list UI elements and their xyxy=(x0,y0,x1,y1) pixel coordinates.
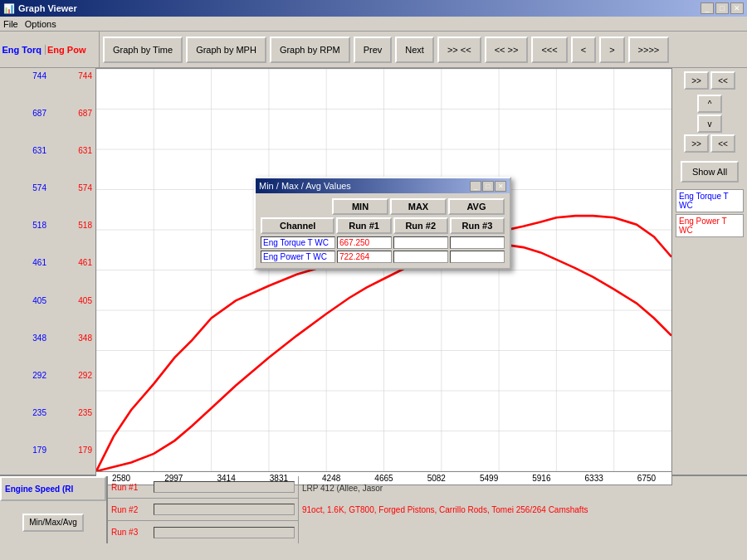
graph-by-mph-button[interactable]: Graph by MPH xyxy=(186,37,266,63)
run1-label: Run #1 xyxy=(108,483,154,492)
y-label-left-6: 405 xyxy=(32,296,46,305)
dialog-title-bar: Min / Max / Avg Values _ □ ✕ xyxy=(256,178,510,193)
run3-label: Run #3 xyxy=(108,528,154,537)
y-label-left-10: 179 xyxy=(32,446,46,455)
min-max-dialog: Min / Max / Avg Values _ □ ✕ MIN MAX AVG xyxy=(254,177,511,270)
step-right-button[interactable]: > xyxy=(599,37,624,63)
y-label-right-2: 631 xyxy=(78,146,92,155)
chart-plot: Min / Max / Avg Values _ □ ✕ MIN MAX AVG xyxy=(95,68,672,472)
dialog-row1-run2 xyxy=(393,251,448,263)
dialog-run2-header: Run #2 xyxy=(393,217,448,234)
run3-desc-row xyxy=(302,520,744,542)
dialog-col-headers: MIN MAX AVG xyxy=(261,198,505,215)
y-label-right-1: 687 xyxy=(78,109,92,118)
menu-file[interactable]: File xyxy=(3,19,18,29)
run2-bar xyxy=(154,504,295,515)
dialog-body: MIN MAX AVG Channel Run #1 Run #2 Run #3… xyxy=(256,193,510,268)
minmaxavg-button[interactable]: Min/Max/Avg xyxy=(22,514,84,532)
zoom-up-button[interactable]: ^ xyxy=(697,95,722,113)
engine-speed-label: Engine Speed (RI xyxy=(0,476,106,501)
y-label-right-7: 348 xyxy=(78,334,92,343)
bottom-left: Engine Speed (RI Min/Max/Avg xyxy=(0,476,108,543)
dialog-avg-header: AVG xyxy=(448,198,505,215)
close-button[interactable]: ✕ xyxy=(730,2,744,14)
y-label-left-0: 744 xyxy=(32,71,46,80)
y-label-right-10: 179 xyxy=(78,446,92,455)
run-desc-panel: LRP 412 (Allee, Jasor 91oct, 1.6K, GT800… xyxy=(299,476,747,543)
zoom-down-button[interactable]: v xyxy=(697,114,722,133)
menu-options[interactable]: Options xyxy=(25,19,56,29)
window-title: Graph Viewer xyxy=(18,3,77,13)
legend-power[interactable]: Eng Power T WC xyxy=(676,214,744,237)
dialog-row0-run3 xyxy=(450,236,505,249)
run1-desc-row: LRP 412 (Allee, Jasor xyxy=(302,478,744,499)
dialog-run3-header: Run #3 xyxy=(450,217,505,234)
title-bar: 📊 Graph Viewer _ □ ✕ xyxy=(0,0,747,17)
dialog-run1-header: Run #1 xyxy=(336,217,391,234)
runs-panel: Run #1 Run #2 Run #3 xyxy=(108,476,299,543)
scroll-left-button[interactable]: << >> xyxy=(485,37,529,63)
dialog-row0-run1: 667.250 xyxy=(337,236,392,249)
dialog-min-header: MIN xyxy=(332,198,388,215)
y-label-right-4: 518 xyxy=(78,221,92,230)
y-label-right-5: 461 xyxy=(78,258,92,267)
y-label-left-4: 518 xyxy=(32,221,46,230)
dialog-row1-run3 xyxy=(450,251,505,263)
bottom-bar: Engine Speed (RI Min/Max/Avg Run #1 Run … xyxy=(0,475,747,543)
scroll-right-button[interactable]: >> << xyxy=(437,37,481,63)
zoom-out-button[interactable]: <<< xyxy=(531,37,567,63)
dialog-maximize[interactable]: □ xyxy=(482,181,494,192)
y-label-right-0: 744 xyxy=(78,71,92,80)
run3-row: Run #3 xyxy=(108,521,298,543)
zoom-in-button[interactable]: >>>> xyxy=(628,37,670,63)
graph-by-time-button[interactable]: Graph by Time xyxy=(103,37,183,63)
y-label-left-1: 687 xyxy=(32,109,46,118)
scroll-left-top-button[interactable]: << xyxy=(710,71,735,90)
dialog-row1-run1: 722.264 xyxy=(337,251,392,263)
run2-row: Run #2 xyxy=(108,499,298,521)
show-all-button[interactable]: Show All xyxy=(681,161,739,183)
run1-bar xyxy=(154,481,295,493)
right-panel: >> << ^ v >> << Show All Eng Torque T WC… xyxy=(672,68,747,475)
dialog-max-header: MAX xyxy=(390,198,447,215)
chart-container: Min / Max / Avg Values _ □ ✕ MIN MAX AVG xyxy=(95,68,672,475)
minimize-button[interactable]: _ xyxy=(701,2,714,14)
dialog-row0-run2 xyxy=(393,236,448,249)
y-label-left-9: 235 xyxy=(32,408,46,417)
run1-short-desc: LRP 412 (Allee, Jasor xyxy=(302,484,383,493)
y-label-right-3: 574 xyxy=(78,183,92,192)
y-label-left-5: 461 xyxy=(32,258,46,267)
prev-button[interactable]: Prev xyxy=(354,37,393,63)
y-axis-left: 744 687 631 574 518 461 405 348 292 235 … xyxy=(0,68,50,475)
dialog-channel-header: Channel xyxy=(261,217,334,234)
dialog-sub-headers: Channel Run #1 Run #2 Run #3 xyxy=(261,217,505,234)
y-label-right-8: 292 xyxy=(78,371,92,380)
eng-pow-header: Eng Pow xyxy=(46,45,91,55)
app-icon: 📊 xyxy=(3,3,15,14)
run3-bar xyxy=(154,527,295,538)
run-full-desc-row: 91oct, 1.6K, GT800, Forged Pistons, Carr… xyxy=(302,499,744,521)
legend-torque[interactable]: Eng Torque T WC xyxy=(676,189,744,212)
run1-row: Run #1 xyxy=(108,476,298,499)
maximize-button[interactable]: □ xyxy=(715,2,729,14)
run-full-desc: 91oct, 1.6K, GT800, Forged Pistons, Carr… xyxy=(302,505,588,514)
chart-svg xyxy=(96,69,671,471)
dialog-row1-channel: Eng Power T WC xyxy=(261,251,335,263)
y-label-left-2: 631 xyxy=(32,146,46,155)
dialog-minimize[interactable]: _ xyxy=(470,181,481,192)
dialog-title-text: Min / Max / Avg Values xyxy=(259,181,351,191)
dialog-row-0: Eng Torque T WC 667.250 xyxy=(261,236,505,249)
dialog-close[interactable]: ✕ xyxy=(495,181,506,192)
step-left-button[interactable]: < xyxy=(571,37,596,63)
y-label-right-9: 235 xyxy=(78,408,92,417)
y-axis-right: 744 687 631 574 518 461 405 348 292 235 … xyxy=(50,68,95,475)
scroll-left-mid-button[interactable]: << xyxy=(710,134,735,153)
scroll-right-mid-button[interactable]: >> xyxy=(684,134,709,153)
y-label-left-3: 574 xyxy=(32,183,46,192)
dialog-row0-channel: Eng Torque T WC xyxy=(261,236,335,249)
graph-by-rpm-button[interactable]: Graph by RPM xyxy=(270,37,350,63)
next-button[interactable]: Next xyxy=(395,37,434,63)
y-label-left-7: 348 xyxy=(32,334,46,343)
dialog-row-1: Eng Power T WC 722.264 xyxy=(261,251,505,263)
scroll-right-top-button[interactable]: >> xyxy=(684,71,709,90)
